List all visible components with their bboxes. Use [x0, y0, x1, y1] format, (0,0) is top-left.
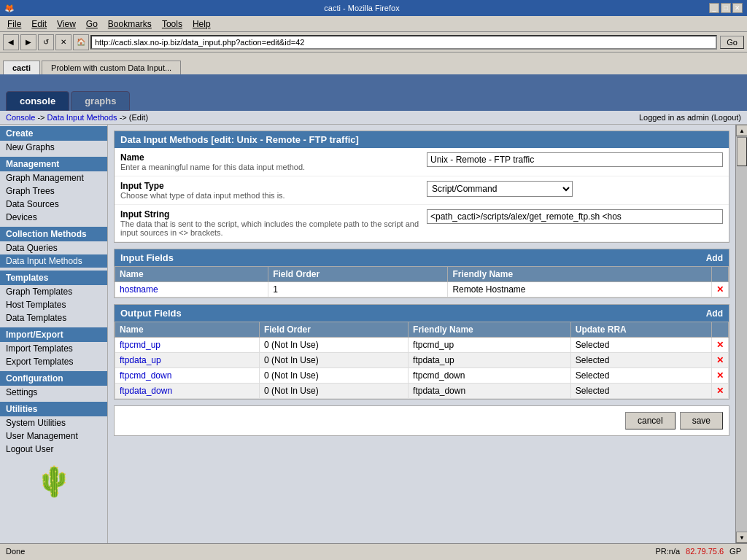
cacti-tab-graphs[interactable]: graphs — [71, 91, 130, 111]
sidebar-item-graph-management[interactable]: Graph Management — [0, 171, 107, 184]
titlebar-buttons[interactable]: _ □ ✕ — [709, 3, 743, 13]
input-field-name-link-0[interactable]: hostname — [120, 284, 158, 295]
status-bar: Done PR:n/a 82.79.75.6 GP — [0, 543, 747, 558]
menu-help[interactable]: Help — [188, 18, 215, 31]
sidebar-item-graph-trees[interactable]: Graph Trees — [0, 184, 107, 198]
app-icon: 🦊 — [4, 4, 15, 13]
sidebar-item-devices[interactable]: Devices — [0, 211, 107, 224]
menu-go[interactable]: Go — [82, 18, 102, 31]
input-string-input[interactable] — [427, 209, 723, 224]
menu-file[interactable]: File — [3, 18, 26, 31]
out-field-delete-0[interactable]: ✕ — [712, 338, 729, 353]
sidebar-header-management: Management — [0, 157, 107, 171]
sidebar-section-templates: Templates Graph Templates Host Templates… — [0, 269, 107, 326]
delete-icon-0[interactable]: ✕ — [716, 284, 724, 295]
name-input[interactable] — [427, 152, 723, 167]
out-field-name-link-3[interactable]: ftpdata_down — [120, 386, 172, 396]
sidebar-item-data-sources[interactable]: Data Sources — [0, 198, 107, 211]
sidebar-item-new-graphs[interactable]: New Graphs — [0, 141, 107, 154]
out-field-name-link-0[interactable]: ftpcmd_up — [120, 340, 160, 350]
out-field-delete-1[interactable]: ✕ — [712, 353, 729, 368]
breadcrumb-data-input[interactable]: Data Input Methods — [47, 113, 117, 122]
out-field-order-1: 0 (Not In Use) — [259, 353, 408, 368]
field-input-type-label: Input Type Choose what type of data inpu… — [120, 181, 427, 200]
os-titlebar: 🦊 cacti - Mozilla Firefox _ □ ✕ — [0, 0, 747, 16]
scroll-up-button[interactable]: ▲ — [736, 125, 747, 136]
menu-edit[interactable]: Edit — [27, 18, 51, 31]
sidebar-item-data-templates[interactable]: Data Templates — [0, 311, 107, 324]
status-text: Done — [6, 547, 25, 556]
browser-tab-1[interactable]: Problem with custom Data Input... — [42, 61, 181, 74]
ip-address: 82.79.75.6 — [686, 547, 724, 556]
input-fields-title: Input Fields — [120, 252, 174, 263]
field-name-label: Name Enter a meaningful name for this da… — [120, 152, 427, 171]
input-fields-add-button[interactable]: Add — [706, 253, 723, 263]
out-field-friendly-2: ftpcmd_down — [409, 368, 571, 384]
go-button[interactable]: Go — [720, 36, 744, 49]
close-button[interactable]: ✕ — [732, 3, 743, 13]
address-input[interactable] — [90, 35, 717, 50]
breadcrumb-sep2: -> — [120, 113, 129, 122]
scroll-track[interactable] — [736, 136, 747, 532]
sidebar-section-management: Management Graph Management Graph Trees … — [0, 155, 107, 225]
col-delete-header — [712, 267, 729, 282]
out-delete-icon-3[interactable]: ✕ — [716, 386, 724, 396]
sidebar: Create New Graphs Management Graph Manag… — [0, 125, 108, 543]
out-field-delete-3[interactable]: ✕ — [712, 384, 729, 399]
input-field-delete-0[interactable]: ✕ — [712, 282, 729, 298]
out-field-name-link-2[interactable]: ftpcmd_down — [120, 370, 171, 381]
cancel-button[interactable]: cancel — [625, 412, 676, 429]
sidebar-item-host-templates[interactable]: Host Templates — [0, 298, 107, 311]
forward-button[interactable]: ▶ — [20, 34, 36, 50]
out-col-rra: Update RRA — [570, 322, 711, 338]
minimize-button[interactable]: _ — [709, 3, 719, 13]
field-input-string-label: Input String The data that is sent to th… — [120, 209, 427, 237]
sidebar-item-export-templates[interactable]: Export Templates — [0, 355, 107, 368]
out-delete-icon-2[interactable]: ✕ — [716, 370, 724, 381]
menu-bookmarks[interactable]: Bookmarks — [104, 18, 156, 31]
col-field-order-header: Field Order — [268, 267, 448, 282]
stop-button[interactable]: ✕ — [55, 34, 71, 50]
out-field-order-2: 0 (Not In Use) — [259, 368, 408, 384]
menu-view[interactable]: View — [53, 18, 80, 31]
maximize-button[interactable]: □ — [721, 3, 731, 13]
sidebar-item-data-queries[interactable]: Data Queries — [0, 241, 107, 254]
sidebar-item-graph-templates[interactable]: Graph Templates — [0, 285, 107, 298]
input-fields-table: Name Field Order Friendly Name hostname … — [115, 266, 729, 298]
form-title: Data Input Methods [edit: Unix - Remote … — [115, 131, 729, 148]
cacti-tab-bar: console graphs — [6, 91, 130, 111]
menu-bar: File Edit View Go Bookmarks Tools Help — [0, 16, 747, 32]
home-button[interactable]: 🏠 — [73, 34, 89, 50]
scroll-down-button[interactable]: ▼ — [736, 532, 747, 543]
sidebar-item-import-templates[interactable]: Import Templates — [0, 342, 107, 355]
out-field-name-2: ftpcmd_down — [115, 368, 260, 384]
menu-tools[interactable]: Tools — [158, 18, 187, 31]
sidebar-item-user-management[interactable]: User Management — [0, 429, 107, 443]
scroll-thumb[interactable] — [737, 137, 747, 166]
out-delete-icon-0[interactable]: ✕ — [716, 340, 724, 350]
save-button[interactable]: save — [680, 412, 723, 429]
out-delete-icon-1[interactable]: ✕ — [716, 355, 724, 365]
out-field-delete-2[interactable]: ✕ — [712, 368, 729, 384]
out-field-order-3: 0 (Not In Use) — [259, 384, 408, 399]
sidebar-item-data-input-methods[interactable]: Data Input Methods — [0, 254, 107, 268]
logout-link[interactable]: Logout — [714, 113, 739, 122]
sidebar-header-templates: Templates — [0, 271, 107, 285]
breadcrumb-bar: Console -> Data Input Methods -> (Edit) … — [0, 111, 747, 125]
out-field-rra-0: Selected — [570, 338, 711, 353]
sidebar-item-system-utilities[interactable]: System Utilities — [0, 416, 107, 429]
scrollbar[interactable]: ▲ ▼ — [735, 125, 747, 543]
out-field-name-link-1[interactable]: ftpdata_up — [120, 355, 161, 365]
out-field-friendly-3: ftpdata_down — [409, 384, 571, 399]
reload-button[interactable]: ↺ — [38, 34, 54, 50]
gp-label: GP — [729, 547, 741, 556]
sidebar-item-logout-user[interactable]: Logout User — [0, 443, 107, 456]
sidebar-item-settings[interactable]: Settings — [0, 386, 107, 399]
field-name-desc: Enter a meaningful name for this data in… — [120, 163, 427, 171]
breadcrumb-console[interactable]: Console — [6, 113, 35, 122]
output-fields-add-button[interactable]: Add — [706, 308, 723, 319]
cacti-tab-console[interactable]: console — [6, 91, 69, 111]
browser-tab-0[interactable]: cacti — [3, 61, 40, 74]
input-type-select[interactable]: Script/Command SNMP SNMP Query Script Qu… — [427, 181, 573, 197]
back-button[interactable]: ◀ — [3, 34, 19, 50]
